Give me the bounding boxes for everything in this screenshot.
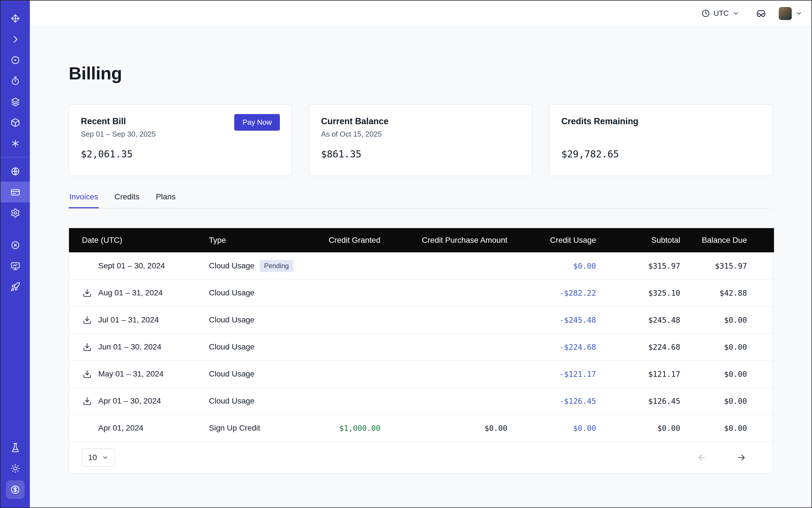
subtotal-value: $315.97: [596, 252, 680, 279]
balance-due-value: $0.00: [680, 387, 774, 415]
invoice-type: Cloud Usage: [209, 396, 255, 406]
credit-granted-value: $1,000.00: [310, 415, 380, 441]
timezone-label: UTC: [714, 9, 729, 18]
sidebar-divider: [1, 157, 30, 158]
balance-due-value: $315.97: [680, 252, 774, 279]
download-invoice-icon[interactable]: [82, 315, 92, 325]
table-footer: 10: [69, 441, 772, 473]
table-header-row: Date (UTC) Type Credit Granted Credit Pu…: [69, 228, 774, 252]
download-invoice-icon[interactable]: [82, 288, 92, 298]
credit-purchase-value: [380, 279, 507, 306]
column-header-subtotal: Subtotal: [596, 228, 680, 252]
column-header-credit-purchase-amount: Credit Purchase Amount: [380, 228, 507, 252]
sidebar-gap: [1, 223, 30, 235]
card-amount: $2,061.35: [81, 149, 280, 160]
credit-usage-value: -$121.17: [507, 361, 596, 387]
download-invoice-icon[interactable]: [82, 369, 92, 379]
column-header-balance-due: Balance Due: [680, 228, 774, 252]
circle-x-icon[interactable]: [1, 235, 30, 255]
credit-granted-value: [310, 279, 380, 306]
invoice-period: Aug 01 – 31, 2024: [98, 288, 163, 297]
timer-icon[interactable]: [1, 71, 30, 91]
cube-icon[interactable]: [1, 112, 30, 133]
avatar: [779, 7, 792, 20]
credit-usage-value: -$282.22: [507, 279, 596, 306]
card-subtitle: Sep 01 – Sep 30, 2025: [81, 130, 280, 139]
main-column: UTC Billing Recent Bill Sep 01 – Sep 30,…: [30, 1, 811, 507]
table-row: Apr 01 – 30, 2024 Cloud Usage -$126.45 $…: [69, 387, 774, 415]
tab-plans[interactable]: Plans: [155, 192, 176, 208]
page-title: Billing: [69, 63, 773, 83]
column-header-credit-granted: Credit Granted: [310, 228, 380, 252]
balance-due-value: $0.00: [680, 361, 774, 387]
credit-purchase-value: [380, 387, 507, 415]
card-title: Credits Remaining: [561, 116, 761, 126]
invoice-period: Apr 01, 2024: [98, 424, 143, 432]
display-icon[interactable]: [1, 255, 30, 276]
card-title: Current Balance: [321, 116, 520, 126]
chevron-down-icon: [102, 454, 109, 461]
sidebar: [1, 1, 30, 507]
invoices-table: Date (UTC) Type Credit Granted Credit Pu…: [69, 228, 773, 473]
account-menu[interactable]: [779, 7, 803, 20]
page-size-select[interactable]: 10: [82, 449, 115, 467]
summary-cards: Recent Bill Sep 01 – Sep 30, 2025 $2,061…: [69, 104, 773, 176]
column-header-date: Date (UTC): [69, 228, 209, 252]
globe-icon[interactable]: [1, 161, 30, 182]
credit-granted-value: [310, 252, 380, 279]
credit-purchase-value: $0.00: [380, 415, 507, 441]
subtotal-value: $0.00: [596, 415, 680, 441]
current-balance-card: Current Balance As of Oct 15, 2025 $861.…: [309, 104, 532, 176]
layers-icon[interactable]: [1, 91, 30, 112]
invoice-period: Apr 01 – 30, 2024: [98, 396, 161, 406]
target-icon[interactable]: [1, 50, 30, 71]
recent-bill-card: Recent Bill Sep 01 – Sep 30, 2025 $2,061…: [69, 104, 292, 176]
tab-credits[interactable]: Credits: [114, 192, 140, 208]
timezone-selector[interactable]: UTC: [701, 9, 739, 18]
balance-due-value: $42.88: [680, 279, 774, 306]
table-row: May 01 – 31, 2024 Cloud Usage -$121.17 $…: [69, 361, 774, 387]
flask-icon[interactable]: [1, 437, 30, 458]
credit-purchase-value: [380, 252, 507, 279]
download-slot-empty: [82, 261, 92, 271]
billing-icon[interactable]: [1, 182, 30, 203]
credits-remaining-card: Credits Remaining $29,782.65: [549, 104, 773, 176]
invoice-type: Cloud Usage: [209, 288, 255, 297]
pay-now-button[interactable]: Pay Now: [234, 114, 280, 131]
balance-due-value: $0.00: [680, 415, 774, 441]
table-row: Jun 01 – 30, 2024 Cloud Usage -$224.68 $…: [69, 333, 774, 361]
download-invoice-icon[interactable]: [82, 342, 92, 352]
invoice-type: Cloud Usage: [209, 342, 255, 351]
card-amount: $29,782.65: [561, 149, 761, 160]
download-invoice-icon[interactable]: [82, 396, 92, 406]
tab-invoices[interactable]: Invoices: [69, 192, 99, 208]
invoice-period: May 01 – 31, 2024: [98, 370, 164, 378]
billing-page: Billing Recent Bill Sep 01 – Sep 30, 202…: [30, 27, 811, 507]
rocket-icon[interactable]: [1, 276, 30, 297]
previous-page-icon[interactable]: [697, 453, 707, 463]
credit-usage-value: -$245.48: [507, 306, 596, 333]
credit-purchase-value: [380, 361, 507, 387]
logo-icon[interactable]: [1, 8, 30, 29]
table-row: Jul 01 – 31, 2024 Cloud Usage -$245.48 $…: [69, 306, 774, 333]
credit-granted-value: [310, 333, 380, 361]
invoice-type: Sign Up Credit: [209, 424, 260, 432]
next-page-icon[interactable]: [736, 453, 746, 463]
chevron-down-icon: [732, 10, 739, 17]
goggles-icon[interactable]: [756, 8, 766, 19]
credit-usage-value: $0.00: [507, 252, 596, 279]
credit-granted-value: [310, 306, 380, 333]
table-row: Sept 01 – 30, 2024 Cloud UsagePending $0…: [69, 252, 774, 279]
subtotal-value: $224.68: [596, 333, 680, 361]
invoice-type: Cloud Usage: [209, 261, 255, 270]
invoice-type: Cloud Usage: [209, 370, 255, 378]
topbar: UTC: [30, 1, 811, 27]
card-subtitle: As of Oct 15, 2025: [321, 130, 520, 139]
settings-icon[interactable]: [1, 203, 30, 223]
collapse-icon[interactable]: [1, 29, 30, 50]
credit-usage-value: -$126.45: [507, 387, 596, 415]
credits-icon[interactable]: [6, 480, 25, 499]
sun-icon[interactable]: [1, 458, 30, 479]
asterisk-icon[interactable]: [1, 133, 30, 154]
download-slot-empty: [82, 423, 92, 433]
